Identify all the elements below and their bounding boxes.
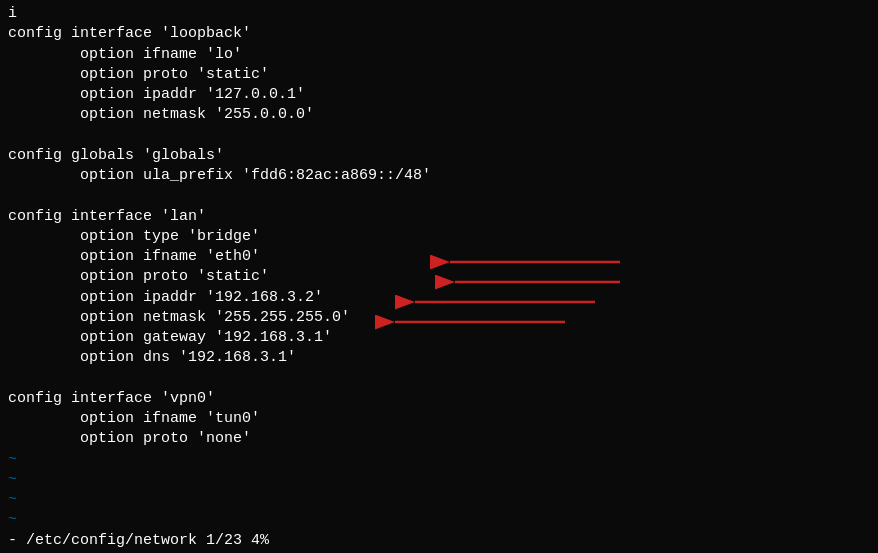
- tilde-2: ~: [0, 470, 878, 490]
- option-type-bridge: option type 'bridge': [0, 227, 878, 247]
- config-interface-lan: config interface 'lan': [0, 207, 878, 227]
- option-gateway: option gateway '192.168.3.1': [0, 328, 878, 348]
- tilde-1: ~: [0, 450, 878, 470]
- blank-3: [0, 369, 878, 389]
- tilde-3: ~: [0, 490, 878, 510]
- option-proto-static-1: option proto 'static': [0, 65, 878, 85]
- option-ipaddr-192: option ipaddr '192.168.3.2': [0, 288, 878, 308]
- option-netmask-255: option netmask '255.0.0.0': [0, 105, 878, 125]
- config-interface-vpn0: config interface 'vpn0': [0, 389, 878, 409]
- content-area: i config interface 'loopback' option ifn…: [0, 4, 878, 450]
- config-interface-loopback: config interface 'loopback': [0, 24, 878, 44]
- option-netmask-255-255: option netmask '255.255.255.0': [0, 308, 878, 328]
- terminal: i config interface 'loopback' option ifn…: [0, 0, 878, 553]
- blank-2: [0, 186, 878, 206]
- tilde-4: ~: [0, 510, 878, 530]
- option-proto-none: option proto 'none': [0, 429, 878, 449]
- blank-1: [0, 126, 878, 146]
- option-dns: option dns '192.168.3.1': [0, 348, 878, 368]
- config-globals: config globals 'globals': [0, 146, 878, 166]
- option-ipaddr-127: option ipaddr '127.0.0.1': [0, 85, 878, 105]
- option-ifname-eth0: option ifname 'eth0': [0, 247, 878, 267]
- option-ula-prefix: option ula_prefix 'fdd6:82ac:a869::/48': [0, 166, 878, 186]
- option-ifname-lo: option ifname 'lo': [0, 45, 878, 65]
- option-proto-static-2: option proto 'static': [0, 267, 878, 287]
- cursor-line: i: [0, 4, 878, 24]
- option-ifname-tun0: option ifname 'tun0': [0, 409, 878, 429]
- status-bar: - /etc/config/network 1/23 4%: [0, 529, 878, 553]
